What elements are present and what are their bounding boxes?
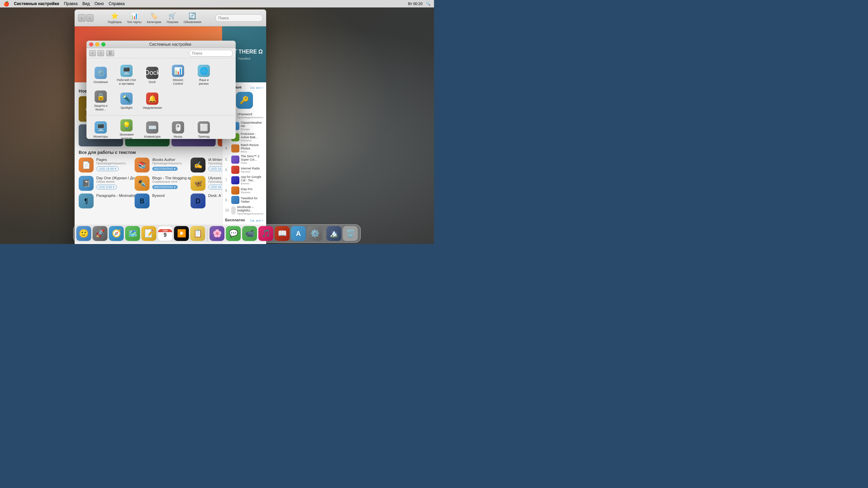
tab-categories[interactable]: 🏷️ Категории — [147, 12, 161, 24]
dock-finder[interactable]: 🙂 — [76, 226, 91, 241]
free-see-all[interactable]: См. все > — [250, 219, 263, 222]
paid-see-all[interactable]: См. все > — [250, 86, 263, 89]
dock-calendar[interactable]: СЕН9 — [158, 226, 173, 241]
paid-app-info-2: ClassicWeather HD Погода — [241, 121, 263, 131]
paid-app-name-8: iDay Pro — [241, 187, 263, 191]
paid-app-info-10: MindNode – Delightful... Производительно… — [237, 205, 263, 215]
app-item-byword[interactable]: B Byword — [135, 194, 187, 208]
clock: Вт 00:20 — [408, 2, 422, 6]
sysprefs-item-desktop[interactable]: 🖥️ Рабочий столи заставка — [114, 62, 139, 88]
sysprefs-item-security[interactable]: 🔒 Защита ибезоп... — [88, 88, 114, 114]
menu-help[interactable]: Справка — [109, 1, 125, 6]
paid-rank-7: 7. — [225, 178, 230, 182]
paid-app-name-1: 1Password — [237, 113, 263, 116]
paid-app-cat-4: Фото — [241, 150, 263, 153]
paid-app-icon-4 — [231, 144, 239, 152]
tab-purchases[interactable]: 🛒 Покупки — [167, 12, 178, 24]
dock-trash[interactable]: 🗑️ — [343, 226, 358, 241]
dock-facetime[interactable]: 📹 — [242, 226, 257, 241]
appstore-back-button[interactable]: ‹ — [78, 14, 85, 22]
sysprefs-item-keyboard[interactable]: ⌨️ Клавиатура — [139, 117, 165, 139]
sysprefs-search-input[interactable] — [189, 50, 233, 57]
paid-item-9[interactable]: 9. Tweetbot for Twitter — [225, 196, 263, 204]
dock-notes[interactable]: 📋 — [190, 226, 205, 241]
dock-sysprefs[interactable]: ⚙️ — [307, 226, 322, 241]
appstore-toolbar: ‹ › ⭐ Подборка 📊 Топ-чарты 🏷️ Категории … — [75, 9, 266, 26]
dock-launchpad[interactable]: 🚀 — [93, 226, 107, 241]
paid-rank-9: 9. — [225, 198, 230, 202]
app-item-paragraphs[interactable]: ¶ Paragraphs - Minimalist — [79, 194, 131, 208]
tab-categories-label: Категории — [147, 20, 161, 24]
sysprefs-item-monitors[interactable]: 🖥️ Мониторы — [88, 117, 114, 139]
paid-app-info-1: 1Password Производительность — [237, 113, 263, 119]
ibooks-author-price[interactable]: БЕСПЛАТНО ▾ — [152, 167, 178, 171]
paid-app-icon-6 — [231, 166, 239, 174]
ibooks-author-info: iBooks Author Производительность БЕСПЛАТ… — [152, 158, 187, 171]
window-minimize-button[interactable] — [95, 42, 99, 46]
paid-item-5[interactable]: 5. The Sims™ 2: Super Col... Игры — [225, 155, 263, 164]
tab-updates[interactable]: 🔄 Обновления — [183, 12, 201, 24]
blogo-name: Blogo - The blogging app — [152, 176, 194, 180]
paid-item-6[interactable]: 6. Internet Radio Музыка — [225, 166, 263, 174]
sysprefs-item-mission[interactable]: 📊 MissionControl — [165, 62, 191, 88]
paid-item-4[interactable]: 4. Batch Resize Photos Фото — [225, 143, 263, 153]
dock-photos[interactable]: 🌸 — [210, 226, 224, 241]
sysprefs-item-general[interactable]: ⚙️ Основные — [88, 62, 114, 88]
apple-menu[interactable]: 🍎 — [3, 1, 9, 6]
paid-item-7[interactable]: 7. App for Google Cal - Too... Бизнес — [225, 175, 263, 185]
dock-quicktime[interactable]: ▶️ — [174, 226, 189, 241]
dock-appstore[interactable]: A — [291, 226, 306, 241]
free-title: Бесплатно — [225, 218, 245, 222]
sysprefs-grid-button[interactable]: ⠿ — [106, 50, 114, 56]
dock-safari[interactable]: 🧭 — [109, 226, 124, 241]
sysprefs-content: ⚙️ Основные 🖥️ Рабочий столи заставка Do… — [86, 58, 236, 139]
sysprefs-item-notifications[interactable]: 🔔 Уведомления — [139, 88, 165, 114]
window-maximize-button[interactable] — [101, 42, 105, 46]
search-icon[interactable]: 🔍 — [426, 2, 431, 6]
sysprefs-item-dock[interactable]: Dock Dock — [139, 62, 165, 88]
app-name-menu[interactable]: Системные настройки — [14, 1, 59, 6]
dock-itunes[interactable]: 🎵 — [258, 226, 273, 241]
paid-item-8[interactable]: 8. iDay Pro Музыка — [225, 186, 263, 195]
app-item-blogo[interactable]: ✒️ Blogo - The blogging app Социальные с… — [135, 176, 187, 191]
mission-icon: 📊 — [172, 65, 184, 77]
sysprefs-item-mouse[interactable]: 🖱️ Мышь — [165, 117, 191, 139]
dock-ibooks[interactable]: 📖 — [275, 226, 290, 241]
text-apps-title: Все для работы с текстом — [79, 150, 136, 155]
app-item-ibooks-author[interactable]: 📚 iBooks Author Производительность БЕСПЛ… — [135, 158, 187, 172]
paid-app-icon-7 — [231, 176, 239, 184]
appstore-nav-buttons: ‹ › — [78, 14, 94, 22]
appstore-forward-button[interactable]: › — [86, 14, 94, 22]
dayone-price[interactable]: USD 9.99 ▾ — [96, 185, 117, 189]
appstore-search-input[interactable] — [215, 14, 263, 22]
dock-iphoto[interactable]: 🏔️ — [327, 226, 341, 241]
onepassword-icon: 🔑 — [236, 92, 253, 109]
sysprefs-item-spotlight[interactable]: 🔦 Spotlight — [114, 88, 139, 114]
ibooks-author-icon: 📚 — [135, 158, 150, 172]
paid-item-10[interactable]: 10. MindNode – Delightful... Производите… — [225, 205, 263, 215]
menu-window[interactable]: Окно — [95, 1, 104, 6]
app-item-dayone[interactable]: 📓 Day One (Журнал / Дн... Образ жизни US… — [79, 176, 131, 191]
dock-messages[interactable]: 💬 — [226, 226, 241, 241]
sysprefs-item-trackpad[interactable]: ⬜ Трекпад — [191, 117, 217, 139]
dock-maps[interactable]: 🗺️ — [125, 226, 140, 241]
sysprefs-item-energy[interactable]: 💡 Экономияэнергии — [114, 117, 139, 139]
sysprefs-forward-button[interactable]: › — [97, 50, 104, 56]
app-item-pages[interactable]: 📄 Pages Производительность USD 19.99 ▾ — [79, 158, 131, 172]
sysprefs-item-language[interactable]: 🌐 Язык ирегион — [191, 62, 217, 88]
menu-edit[interactable]: Правка — [64, 1, 78, 6]
menu-view[interactable]: Вид — [82, 1, 90, 6]
byword-icon: B — [135, 194, 150, 208]
sysprefs-back-button[interactable]: ‹ — [89, 50, 96, 56]
paid-rank-6: 6. — [225, 168, 230, 172]
dock-stickies[interactable]: 📝 — [141, 226, 156, 241]
tab-featured[interactable]: ⭐ Подборка — [108, 12, 122, 24]
paid-app-info-3: FruitJuice - Active Batt... Утилиты — [241, 132, 263, 142]
monitors-icon: 🖥️ — [95, 121, 107, 134]
pages-price[interactable]: USD 19.99 ▾ — [96, 166, 119, 171]
window-close-button[interactable] — [89, 42, 93, 46]
paid-app-info-8: iDay Pro Музыка — [241, 187, 263, 194]
tab-top-charts[interactable]: 📊 Топ-чарты — [127, 12, 142, 24]
blogo-price[interactable]: БЕСПЛАТНО ▾ — [152, 185, 178, 189]
categories-icon: 🏷️ — [150, 12, 158, 20]
